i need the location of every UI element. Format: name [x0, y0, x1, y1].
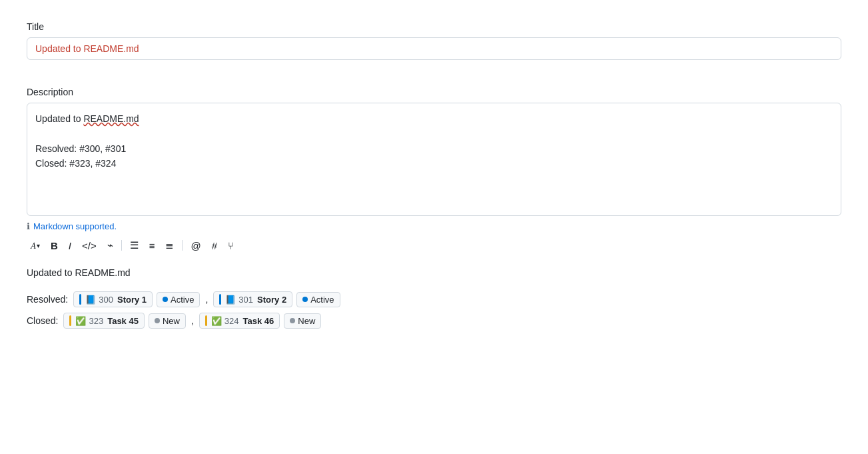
link-button[interactable]: ⌁	[103, 237, 117, 254]
item-301-status-label: Active	[310, 295, 334, 305]
preview-text: Updated to README.md	[27, 267, 841, 278]
description-box[interactable]: Updated to README.md Resolved: #300, #30…	[27, 103, 841, 216]
resolved-label: Resolved:	[27, 294, 68, 305]
item-323-status[interactable]: New	[149, 313, 186, 329]
item-324-title: Task 46	[243, 316, 274, 326]
title-label: Title	[27, 21, 841, 32]
code-icon: </>	[82, 240, 97, 251]
unordered-list-icon: ☰	[130, 239, 139, 251]
item-324-bar	[205, 315, 207, 326]
task-list-icon: ≣	[165, 239, 174, 251]
closed-row: Closed: ✅ 323 Task 45 New , ✅ 324 Task 4…	[27, 313, 841, 329]
item-323-bar	[69, 315, 71, 326]
toolbar-sep-1	[121, 240, 122, 251]
item-324-status-label: New	[298, 316, 315, 326]
description-label: Description	[27, 87, 841, 97]
markdown-hint: ℹ Markdown supported.	[27, 221, 841, 231]
item-323-icon: ✅	[75, 316, 86, 326]
work-items-section: Resolved: 📘 300 Story 1 Active , 📘 301 S…	[27, 291, 841, 329]
item-301-id: 301	[238, 295, 253, 305]
description-resolved-line: Resolved: #300, #301	[35, 141, 833, 156]
item-324-icon: ✅	[211, 316, 222, 326]
closed-separator: ,	[191, 315, 194, 326]
item-300-bar	[79, 294, 81, 305]
closed-label: Closed:	[27, 315, 58, 326]
item-301-status-dot	[302, 297, 308, 302]
task-list-button[interactable]: ≣	[161, 237, 178, 254]
bold-icon: B	[51, 240, 58, 251]
chevron-down-icon: ▾	[37, 242, 40, 249]
italic-icon: I	[69, 240, 71, 251]
item-300-status[interactable]: Active	[157, 292, 200, 307]
work-item-300[interactable]: 📘 300 Story 1	[73, 291, 153, 307]
title-input[interactable]	[27, 37, 841, 60]
item-324-status-dot	[290, 318, 295, 323]
readme-link: README.md	[83, 113, 139, 124]
format-button[interactable]: 𝐴 ▾	[27, 237, 44, 254]
issue-button[interactable]: #	[208, 237, 221, 254]
link-icon: ⌁	[107, 239, 113, 251]
item-300-status-dot	[163, 297, 168, 302]
item-323-title: Task 45	[107, 316, 139, 326]
ordered-list-button[interactable]: ≡	[145, 237, 159, 254]
item-301-status[interactable]: Active	[296, 292, 340, 307]
item-324-status[interactable]: New	[284, 313, 321, 329]
format-icon: 𝐴	[31, 240, 37, 251]
item-301-bar	[219, 294, 221, 305]
item-301-title: Story 2	[257, 295, 286, 305]
resolved-row: Resolved: 📘 300 Story 1 Active , 📘 301 S…	[27, 291, 841, 307]
item-323-status-dot	[155, 318, 160, 323]
work-item-324[interactable]: ✅ 324 Task 46	[199, 313, 280, 329]
item-300-title: Story 1	[117, 295, 147, 305]
item-324-id: 324	[224, 316, 239, 326]
item-323-id: 323	[89, 316, 103, 326]
work-item-323[interactable]: ✅ 323 Task 45	[63, 313, 144, 329]
resolved-separator: ,	[205, 294, 208, 305]
code-button[interactable]: </>	[78, 237, 101, 254]
item-301-icon: 📘	[225, 295, 236, 305]
ordered-list-icon: ≡	[149, 240, 155, 251]
pr-icon: ⑂	[228, 240, 234, 251]
toolbar-sep-2	[182, 240, 183, 251]
mention-button[interactable]: @	[187, 237, 205, 254]
description-closed-line: Closed: #323, #324	[35, 156, 833, 171]
item-323-status-label: New	[163, 316, 180, 326]
item-300-id: 300	[99, 295, 113, 305]
pr-button[interactable]: ⑂	[224, 237, 238, 254]
unordered-list-button[interactable]: ☰	[126, 237, 143, 254]
mention-icon: @	[191, 240, 201, 251]
work-item-301[interactable]: 📘 301 Story 2	[213, 291, 292, 307]
issue-icon: #	[212, 240, 217, 251]
italic-button[interactable]: I	[65, 237, 75, 254]
description-toolbar: 𝐴 ▾ B I </> ⌁ ☰ ≡ ≣ @ # ⑂	[27, 237, 841, 254]
info-icon: ℹ	[27, 221, 30, 231]
item-300-icon: 📘	[85, 295, 96, 305]
bold-button[interactable]: B	[47, 237, 62, 254]
item-300-status-label: Active	[171, 295, 194, 305]
